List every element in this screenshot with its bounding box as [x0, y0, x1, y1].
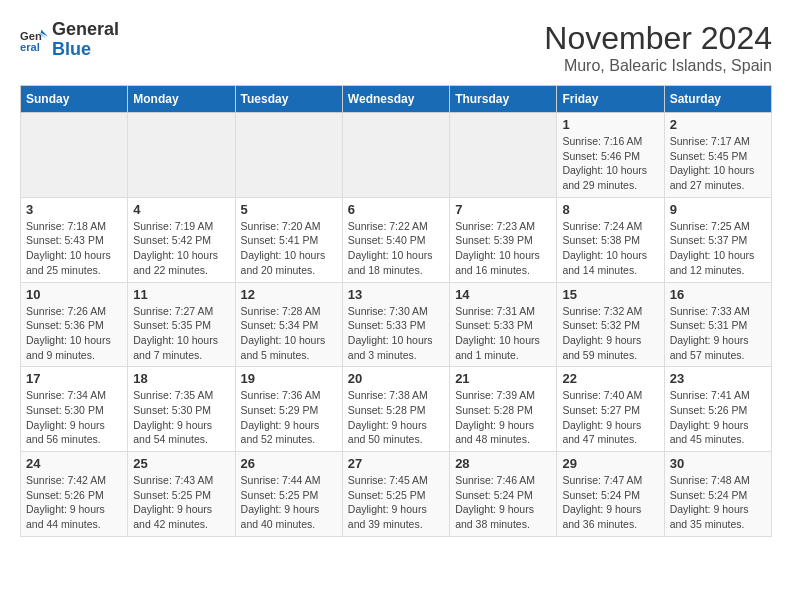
logo: Gen eral General Blue: [20, 20, 119, 60]
day-info: Sunrise: 7:20 AMSunset: 5:41 PMDaylight:…: [241, 219, 337, 278]
day-number: 29: [562, 456, 658, 471]
calendar-cell: 27Sunrise: 7:45 AMSunset: 5:25 PMDayligh…: [342, 452, 449, 537]
header: Gen eral General Blue November 2024 Muro…: [20, 20, 772, 75]
day-number: 12: [241, 287, 337, 302]
day-number: 27: [348, 456, 444, 471]
day-info: Sunrise: 7:28 AMSunset: 5:34 PMDaylight:…: [241, 304, 337, 363]
day-info: Sunrise: 7:24 AMSunset: 5:38 PMDaylight:…: [562, 219, 658, 278]
day-info: Sunrise: 7:31 AMSunset: 5:33 PMDaylight:…: [455, 304, 551, 363]
calendar-cell: 14Sunrise: 7:31 AMSunset: 5:33 PMDayligh…: [450, 282, 557, 367]
calendar-cell: 5Sunrise: 7:20 AMSunset: 5:41 PMDaylight…: [235, 197, 342, 282]
day-number: 26: [241, 456, 337, 471]
day-number: 4: [133, 202, 229, 217]
svg-text:Gen: Gen: [20, 30, 42, 42]
calendar-cell: 7Sunrise: 7:23 AMSunset: 5:39 PMDaylight…: [450, 197, 557, 282]
calendar-cell: 20Sunrise: 7:38 AMSunset: 5:28 PMDayligh…: [342, 367, 449, 452]
day-number: 22: [562, 371, 658, 386]
day-number: 14: [455, 287, 551, 302]
header-day-monday: Monday: [128, 86, 235, 113]
calendar-cell: 12Sunrise: 7:28 AMSunset: 5:34 PMDayligh…: [235, 282, 342, 367]
day-number: 11: [133, 287, 229, 302]
day-info: Sunrise: 7:43 AMSunset: 5:25 PMDaylight:…: [133, 473, 229, 532]
day-number: 16: [670, 287, 766, 302]
header-day-saturday: Saturday: [664, 86, 771, 113]
day-number: 28: [455, 456, 551, 471]
day-info: Sunrise: 7:33 AMSunset: 5:31 PMDaylight:…: [670, 304, 766, 363]
calendar-cell: 21Sunrise: 7:39 AMSunset: 5:28 PMDayligh…: [450, 367, 557, 452]
header-day-tuesday: Tuesday: [235, 86, 342, 113]
day-info: Sunrise: 7:18 AMSunset: 5:43 PMDaylight:…: [26, 219, 122, 278]
header-day-thursday: Thursday: [450, 86, 557, 113]
day-number: 10: [26, 287, 122, 302]
calendar-body: 1Sunrise: 7:16 AMSunset: 5:46 PMDaylight…: [21, 113, 772, 537]
location-title: Muro, Balearic Islands, Spain: [544, 57, 772, 75]
calendar-header-row: SundayMondayTuesdayWednesdayThursdayFrid…: [21, 86, 772, 113]
calendar-cell: 17Sunrise: 7:34 AMSunset: 5:30 PMDayligh…: [21, 367, 128, 452]
calendar-cell: 24Sunrise: 7:42 AMSunset: 5:26 PMDayligh…: [21, 452, 128, 537]
calendar-cell: 6Sunrise: 7:22 AMSunset: 5:40 PMDaylight…: [342, 197, 449, 282]
svg-text:eral: eral: [20, 41, 40, 53]
day-number: 6: [348, 202, 444, 217]
day-info: Sunrise: 7:40 AMSunset: 5:27 PMDaylight:…: [562, 388, 658, 447]
day-number: 23: [670, 371, 766, 386]
calendar-cell: 2Sunrise: 7:17 AMSunset: 5:45 PMDaylight…: [664, 113, 771, 198]
day-info: Sunrise: 7:36 AMSunset: 5:29 PMDaylight:…: [241, 388, 337, 447]
calendar-cell: [128, 113, 235, 198]
calendar-cell: [21, 113, 128, 198]
logo-general: General: [52, 20, 119, 40]
day-info: Sunrise: 7:45 AMSunset: 5:25 PMDaylight:…: [348, 473, 444, 532]
calendar-cell: 23Sunrise: 7:41 AMSunset: 5:26 PMDayligh…: [664, 367, 771, 452]
calendar-cell: 29Sunrise: 7:47 AMSunset: 5:24 PMDayligh…: [557, 452, 664, 537]
day-number: 21: [455, 371, 551, 386]
day-info: Sunrise: 7:48 AMSunset: 5:24 PMDaylight:…: [670, 473, 766, 532]
day-number: 3: [26, 202, 122, 217]
calendar-week-3: 17Sunrise: 7:34 AMSunset: 5:30 PMDayligh…: [21, 367, 772, 452]
day-number: 25: [133, 456, 229, 471]
day-info: Sunrise: 7:32 AMSunset: 5:32 PMDaylight:…: [562, 304, 658, 363]
calendar-cell: 28Sunrise: 7:46 AMSunset: 5:24 PMDayligh…: [450, 452, 557, 537]
day-info: Sunrise: 7:19 AMSunset: 5:42 PMDaylight:…: [133, 219, 229, 278]
day-info: Sunrise: 7:47 AMSunset: 5:24 PMDaylight:…: [562, 473, 658, 532]
day-info: Sunrise: 7:42 AMSunset: 5:26 PMDaylight:…: [26, 473, 122, 532]
calendar-cell: 1Sunrise: 7:16 AMSunset: 5:46 PMDaylight…: [557, 113, 664, 198]
calendar-cell: 4Sunrise: 7:19 AMSunset: 5:42 PMDaylight…: [128, 197, 235, 282]
calendar-week-4: 24Sunrise: 7:42 AMSunset: 5:26 PMDayligh…: [21, 452, 772, 537]
day-number: 20: [348, 371, 444, 386]
calendar-cell: 16Sunrise: 7:33 AMSunset: 5:31 PMDayligh…: [664, 282, 771, 367]
calendar-cell: [342, 113, 449, 198]
day-info: Sunrise: 7:46 AMSunset: 5:24 PMDaylight:…: [455, 473, 551, 532]
day-info: Sunrise: 7:38 AMSunset: 5:28 PMDaylight:…: [348, 388, 444, 447]
title-area: November 2024 Muro, Balearic Islands, Sp…: [544, 20, 772, 75]
day-info: Sunrise: 7:23 AMSunset: 5:39 PMDaylight:…: [455, 219, 551, 278]
day-info: Sunrise: 7:30 AMSunset: 5:33 PMDaylight:…: [348, 304, 444, 363]
calendar-cell: 22Sunrise: 7:40 AMSunset: 5:27 PMDayligh…: [557, 367, 664, 452]
day-number: 2: [670, 117, 766, 132]
header-day-friday: Friday: [557, 86, 664, 113]
day-number: 8: [562, 202, 658, 217]
day-number: 15: [562, 287, 658, 302]
day-number: 13: [348, 287, 444, 302]
calendar-cell: 11Sunrise: 7:27 AMSunset: 5:35 PMDayligh…: [128, 282, 235, 367]
day-number: 19: [241, 371, 337, 386]
day-number: 5: [241, 202, 337, 217]
month-title: November 2024: [544, 20, 772, 57]
day-info: Sunrise: 7:39 AMSunset: 5:28 PMDaylight:…: [455, 388, 551, 447]
day-info: Sunrise: 7:26 AMSunset: 5:36 PMDaylight:…: [26, 304, 122, 363]
day-info: Sunrise: 7:41 AMSunset: 5:26 PMDaylight:…: [670, 388, 766, 447]
calendar-cell: 9Sunrise: 7:25 AMSunset: 5:37 PMDaylight…: [664, 197, 771, 282]
calendar-cell: 19Sunrise: 7:36 AMSunset: 5:29 PMDayligh…: [235, 367, 342, 452]
calendar-cell: [235, 113, 342, 198]
day-number: 30: [670, 456, 766, 471]
calendar-cell: 26Sunrise: 7:44 AMSunset: 5:25 PMDayligh…: [235, 452, 342, 537]
day-number: 18: [133, 371, 229, 386]
day-info: Sunrise: 7:17 AMSunset: 5:45 PMDaylight:…: [670, 134, 766, 193]
day-number: 9: [670, 202, 766, 217]
header-day-wednesday: Wednesday: [342, 86, 449, 113]
calendar-cell: 8Sunrise: 7:24 AMSunset: 5:38 PMDaylight…: [557, 197, 664, 282]
calendar-week-2: 10Sunrise: 7:26 AMSunset: 5:36 PMDayligh…: [21, 282, 772, 367]
day-info: Sunrise: 7:44 AMSunset: 5:25 PMDaylight:…: [241, 473, 337, 532]
calendar-week-1: 3Sunrise: 7:18 AMSunset: 5:43 PMDaylight…: [21, 197, 772, 282]
day-info: Sunrise: 7:27 AMSunset: 5:35 PMDaylight:…: [133, 304, 229, 363]
calendar-cell: 25Sunrise: 7:43 AMSunset: 5:25 PMDayligh…: [128, 452, 235, 537]
calendar-table: SundayMondayTuesdayWednesdayThursdayFrid…: [20, 85, 772, 537]
